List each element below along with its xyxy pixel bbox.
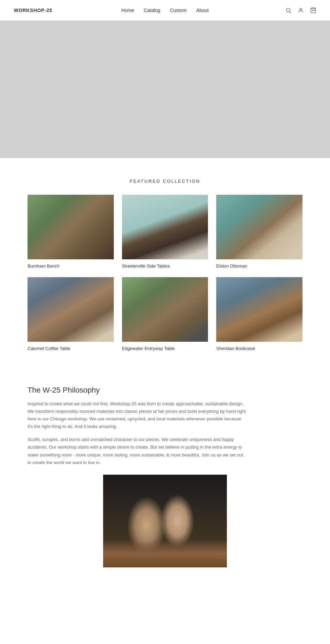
product-item[interactable]: Elston Ottoman	[216, 195, 302, 269]
product-name: Calumet Coffee Table	[28, 346, 70, 351]
product-image-calumet-coffee-table	[28, 277, 114, 342]
product-image-elston-ottoman	[216, 195, 302, 259]
product-name: Streeterville Side Tables	[122, 263, 170, 269]
cart-button[interactable]	[310, 7, 316, 13]
header-actions	[285, 7, 316, 13]
product-image-streeterville-side-tables	[122, 195, 208, 259]
nav-home[interactable]: Home	[121, 8, 134, 13]
nav-catalog[interactable]: Catalog	[144, 8, 160, 13]
product-image-edgewater-entryway-table	[122, 277, 208, 342]
brand-logo[interactable]: WORKSHOP-25	[14, 8, 52, 13]
product-item[interactable]: Sheridan Bookcase	[216, 277, 302, 351]
founders-image-container	[28, 475, 302, 567]
product-item[interactable]: Edgewater Entryway Table	[122, 277, 208, 351]
search-button[interactable]	[285, 7, 292, 13]
product-item[interactable]: Burnham Bench	[28, 195, 114, 269]
product-item[interactable]: Streeterville Side Tables	[122, 195, 208, 269]
philosophy-heading: The W-25 Philosophy	[28, 386, 302, 395]
product-name: Elston Ottoman	[216, 263, 247, 269]
product-item[interactable]: Calumet Coffee Table	[28, 277, 114, 351]
product-name: Edgewater Entryway Table	[122, 346, 175, 351]
product-name: Burnham Bench	[28, 263, 59, 269]
nav-about[interactable]: About	[196, 8, 209, 13]
cart-icon	[310, 7, 316, 13]
person-icon	[298, 7, 304, 13]
featured-title: FEATURED COLLECTION	[28, 179, 302, 184]
featured-collection: FEATURED COLLECTION Burnham Bench Street…	[0, 158, 330, 372]
site-header: WORKSHOP-25 Home Catalog Custom About	[0, 0, 330, 21]
svg-point-2	[300, 8, 302, 10]
philosophy-paragraph-1: Inspired to create what we could not fin…	[28, 400, 248, 430]
main-nav: Home Catalog Custom About	[121, 8, 209, 13]
philosophy-paragraph-2: Scuffs, scrapes, and burns add unmatched…	[28, 436, 248, 466]
product-image-sheridan-bookcase	[216, 277, 302, 342]
philosophy-section: The W-25 Philosophy Inspired to create w…	[0, 372, 330, 588]
hero-image	[0, 21, 330, 158]
account-button[interactable]	[298, 7, 304, 13]
product-grid: Burnham Bench Streeterville Side Tables …	[28, 195, 302, 351]
svg-line-1	[289, 11, 291, 13]
product-image-burnham-bench	[28, 195, 114, 259]
svg-point-0	[286, 8, 290, 12]
product-name: Sheridan Bookcase	[216, 346, 255, 351]
nav-custom[interactable]: Custom	[170, 8, 186, 13]
search-icon	[285, 7, 292, 13]
founders-photo	[103, 475, 227, 567]
